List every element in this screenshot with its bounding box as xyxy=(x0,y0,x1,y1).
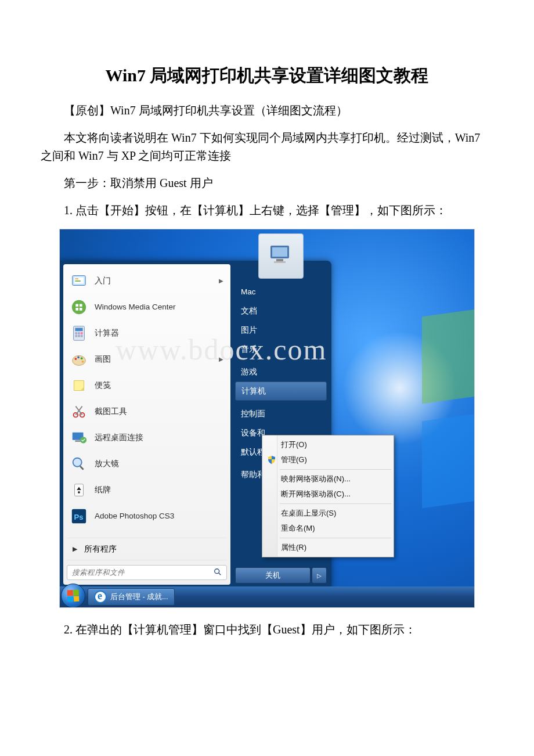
sticky-notes-icon xyxy=(70,377,88,394)
program-item-solitaire[interactable]: 纸牌 xyxy=(67,477,227,503)
ctx-item-rename[interactable]: 重命名(M) xyxy=(264,521,392,536)
user-picture-frame xyxy=(235,233,327,279)
right-item-label: 游戏 xyxy=(241,367,257,377)
svg-point-24 xyxy=(73,458,82,466)
ctx-label: 管理(G) xyxy=(281,455,307,465)
svg-point-30 xyxy=(215,568,219,573)
program-label: 纸牌 xyxy=(95,485,111,495)
svg-point-15 xyxy=(77,356,80,358)
svg-rect-25 xyxy=(80,465,84,470)
svg-rect-12 xyxy=(81,334,83,337)
svg-point-27 xyxy=(78,491,80,493)
paragraph-step1-instruction: 1. 点击【开始】按钮，在【计算机】上右键，选择【管理】，如下图所示： xyxy=(41,201,493,219)
svg-rect-10 xyxy=(75,334,77,337)
right-item-label: 控制面 xyxy=(241,409,265,419)
ctx-separator xyxy=(280,469,391,470)
paragraph-step1-heading: 第一步：取消禁用 Guest 用户 xyxy=(41,174,493,192)
svg-point-17 xyxy=(82,360,84,362)
program-item-snipping-tool[interactable]: 截图工具 xyxy=(67,398,227,424)
svg-point-4 xyxy=(72,300,86,314)
ctx-label: 属性(R) xyxy=(281,542,306,553)
right-item-user[interactable]: Mac xyxy=(235,282,327,301)
right-item-label: 音乐 xyxy=(241,344,257,355)
program-label: 画图 xyxy=(95,354,111,365)
svg-point-16 xyxy=(81,357,83,359)
submenu-arrow-icon: ▶ xyxy=(219,278,223,284)
photoshop-icon: Ps xyxy=(70,507,88,525)
program-list: 入门 ▶ Windows Media Center 计算器 xyxy=(67,268,227,538)
calculator-icon xyxy=(70,325,88,342)
taskbar-button-ie[interactable]: 后台管理 - 成就... xyxy=(88,588,175,606)
ctx-item-map-drive[interactable]: 映射网络驱动器(N)... xyxy=(264,471,392,487)
right-item-documents[interactable]: 文档 xyxy=(235,301,327,321)
ctx-item-open[interactable]: 打开(O) xyxy=(264,437,392,452)
ctx-label: 重命名(M) xyxy=(281,523,315,534)
start-menu-left-column: 入门 ▶ Windows Media Center 计算器 xyxy=(63,264,230,585)
svg-rect-6 xyxy=(75,327,82,331)
paragraph-intro-1: 【原创】Win7 局域网打印机共享设置（详细图文流程） xyxy=(41,102,493,120)
program-item-magnifier[interactable]: 放大镜 xyxy=(67,451,227,477)
program-item-calculator[interactable]: 计算器 xyxy=(67,320,227,346)
ctx-item-show-on-desktop[interactable]: 在桌面上显示(S) xyxy=(264,506,392,521)
program-item-sticky-notes[interactable]: 便笺 xyxy=(67,372,227,398)
start-button[interactable] xyxy=(61,584,85,608)
right-item-music[interactable]: 音乐 xyxy=(235,340,327,359)
svg-rect-3 xyxy=(75,280,80,282)
program-label: 入门 xyxy=(95,276,111,286)
monitor-icon xyxy=(266,241,296,271)
shutdown-button[interactable]: 关机 xyxy=(235,567,311,584)
svg-rect-7 xyxy=(75,332,77,334)
svg-rect-8 xyxy=(78,332,80,334)
ctx-item-manage[interactable]: 管理(G) xyxy=(264,452,392,467)
program-item-getting-started[interactable]: 入门 ▶ xyxy=(67,268,227,294)
svg-rect-11 xyxy=(78,334,80,337)
right-item-label: Mac xyxy=(241,287,256,296)
taskbar: 后台管理 - 成就... xyxy=(60,586,474,607)
search-icon xyxy=(214,568,222,578)
svg-rect-35 xyxy=(274,261,286,263)
snipping-tool-icon xyxy=(70,403,88,420)
user-picture[interactable] xyxy=(258,233,304,279)
right-item-pictures[interactable]: 图片 xyxy=(235,321,327,340)
right-item-control-panel[interactable]: 控制面 xyxy=(235,404,327,423)
right-item-label: 计算机 xyxy=(241,386,266,397)
search-input[interactable] xyxy=(72,568,214,577)
screenshot-start-menu: 入门 ▶ Windows Media Center 计算器 xyxy=(59,229,475,608)
submenu-arrow-icon: ▶ xyxy=(219,356,223,362)
program-item-remote-desktop[interactable]: 远程桌面连接 xyxy=(67,424,227,451)
paragraph-intro-2: 本文将向读者说明在 Win7 下如何实现同个局域网内共享打印机。经过测试，Win… xyxy=(41,129,493,165)
right-item-label: 图片 xyxy=(241,325,257,336)
magnifier-icon xyxy=(70,455,88,473)
getting-started-icon xyxy=(70,272,88,290)
ctx-item-disconnect-drive[interactable]: 断开网络驱动器(C)... xyxy=(264,487,392,502)
program-label: 便笺 xyxy=(95,380,111,391)
internet-explorer-icon xyxy=(94,591,107,603)
right-item-computer[interactable]: 计算机 xyxy=(235,381,327,401)
program-item-photoshop[interactable]: Ps Adobe Photoshop CS3 xyxy=(67,503,227,529)
program-label: 计算器 xyxy=(95,328,119,339)
program-label: 远程桌面连接 xyxy=(95,433,143,443)
ctx-item-properties[interactable]: 属性(R) xyxy=(264,540,392,555)
all-programs-label: 所有程序 xyxy=(84,544,117,555)
program-item-paint[interactable]: 画图 ▶ xyxy=(67,346,227,372)
ctx-separator xyxy=(280,503,391,504)
windows-flag-icon xyxy=(67,589,79,602)
right-item-label: 文档 xyxy=(241,306,257,316)
svg-point-14 xyxy=(75,358,77,360)
program-item-wmc[interactable]: Windows Media Center xyxy=(67,294,227,320)
svg-rect-33 xyxy=(272,247,287,257)
solitaire-icon xyxy=(70,481,88,499)
ctx-label: 映射网络驱动器(N)... xyxy=(281,474,351,484)
shutdown-options-button[interactable]: ▷ xyxy=(312,567,327,584)
ctx-label: 断开网络驱动器(C)... xyxy=(281,489,351,499)
shutdown-row: 关机 ▷ xyxy=(235,567,327,584)
search-input-box[interactable] xyxy=(67,565,227,580)
svg-rect-2 xyxy=(75,278,78,279)
right-item-games[interactable]: 游戏 xyxy=(235,362,327,381)
svg-text:Ps: Ps xyxy=(74,512,84,521)
paint-icon xyxy=(70,351,88,368)
media-center-icon xyxy=(70,298,88,316)
svg-line-31 xyxy=(219,573,221,575)
all-programs-button[interactable]: ▶ 所有程序 xyxy=(67,538,227,560)
paragraph-step1-result: 2. 在弹出的【计算机管理】窗口中找到【Guest】用户，如下图所示： xyxy=(41,621,493,639)
